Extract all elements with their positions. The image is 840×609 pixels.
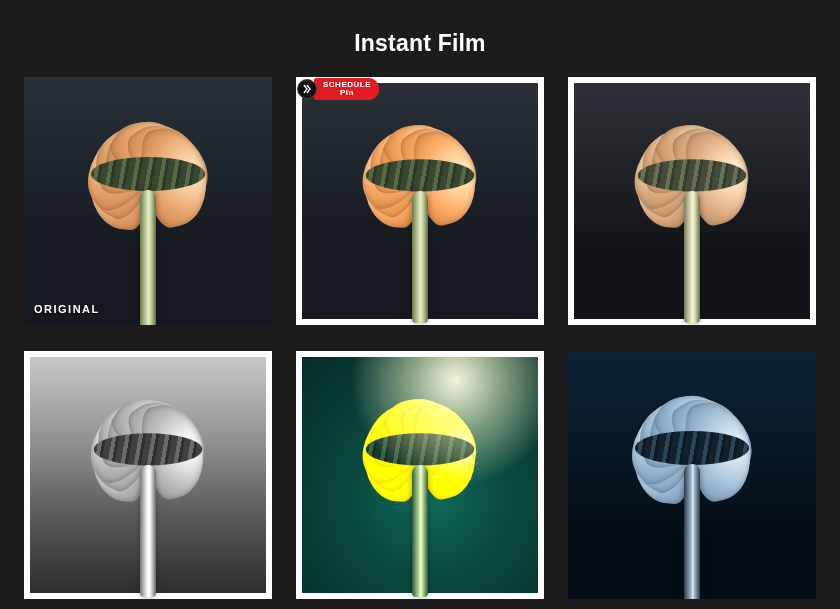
filter-tile-variant-3[interactable] xyxy=(24,351,272,599)
thumbnail-image xyxy=(30,357,266,593)
thumbnail-image xyxy=(302,83,538,319)
filter-grid: ORIGINAL xyxy=(24,77,816,599)
filter-tile-variant-4[interactable] xyxy=(296,351,544,599)
filter-tile-variant-5[interactable] xyxy=(568,351,816,599)
thumbnail-image xyxy=(574,83,810,319)
filter-tile-variant-1[interactable]: SCHEDULE Pin xyxy=(296,77,544,325)
schedule-pin-label: SCHEDULE Pin xyxy=(314,78,379,100)
thumbnail-image xyxy=(302,357,538,593)
page-title: Instant Film xyxy=(0,30,840,57)
chevrons-right-icon xyxy=(297,79,317,99)
filter-tile-variant-2[interactable] xyxy=(568,77,816,325)
schedule-pin-line2: Pin xyxy=(340,89,354,97)
filter-gallery-page: Instant Film ORIGINAL xyxy=(0,0,840,609)
schedule-pin-badge[interactable]: SCHEDULE Pin xyxy=(297,78,379,100)
original-label: ORIGINAL xyxy=(34,303,100,315)
thumbnail-image xyxy=(24,77,272,325)
filter-tile-original[interactable]: ORIGINAL xyxy=(24,77,272,325)
thumbnail-image xyxy=(568,351,816,599)
